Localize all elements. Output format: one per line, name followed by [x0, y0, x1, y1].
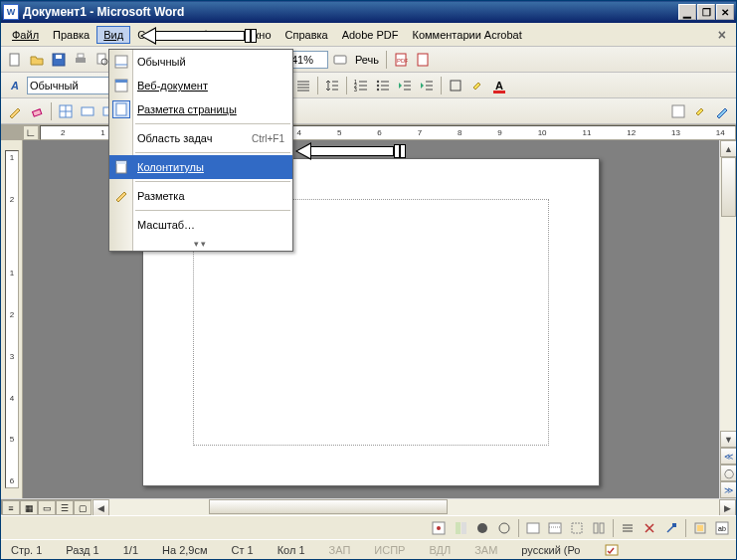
- scroll-left-icon[interactable]: ◀: [92, 499, 109, 516]
- open-icon[interactable]: [27, 50, 47, 70]
- prev-page-icon[interactable]: ≪: [720, 448, 736, 465]
- bt-icon-10[interactable]: [640, 518, 659, 538]
- decrease-indent-icon[interactable]: [395, 76, 415, 95]
- bt-icon-2[interactable]: [451, 518, 470, 538]
- browse-object-icon[interactable]: ◯: [720, 465, 736, 481]
- draw-table-icon[interactable]: [5, 101, 25, 121]
- scroll-down-icon[interactable]: ▼: [720, 431, 736, 448]
- view-headers-footers[interactable]: Колонтитулы: [109, 155, 292, 179]
- svg-rect-95: [697, 525, 703, 531]
- vertical-ruler[interactable]: 12123456: [1, 140, 23, 498]
- view-web[interactable]: Веб-документ: [109, 74, 292, 97]
- scroll-thumb-h[interactable]: [209, 499, 448, 514]
- bt-icon-13[interactable]: ab: [712, 518, 732, 538]
- svg-rect-105: [116, 161, 126, 164]
- bt-icon-11[interactable]: [661, 518, 681, 538]
- read-label: Речь: [352, 54, 382, 66]
- svg-point-49: [377, 88, 379, 90]
- read-mode-icon[interactable]: [330, 50, 350, 70]
- bullets-icon[interactable]: [373, 76, 393, 95]
- bt-icon-9[interactable]: [618, 518, 638, 538]
- web-view-icon[interactable]: ▦: [20, 500, 38, 515]
- reading-view-icon[interactable]: ▢: [74, 500, 92, 515]
- status-ovr[interactable]: ЗАМ: [468, 544, 503, 556]
- scroll-track-h[interactable]: [109, 499, 719, 515]
- svg-rect-0: [10, 54, 19, 66]
- bt-icon-4[interactable]: [494, 518, 514, 538]
- menu-view[interactable]: Вид: [96, 26, 130, 44]
- svg-rect-21: [418, 54, 428, 66]
- minimize-button[interactable]: ▁: [678, 4, 696, 20]
- menu-edit[interactable]: Правка: [46, 26, 96, 44]
- highlight-icon[interactable]: [467, 76, 487, 95]
- tab-selector[interactable]: ∟: [23, 125, 39, 140]
- view-markup[interactable]: Разметка: [109, 184, 292, 208]
- status-record[interactable]: ЗАП: [323, 544, 357, 556]
- restore-button[interactable]: ❐: [697, 4, 715, 20]
- styles-pane-icon[interactable]: A: [5, 76, 25, 95]
- svg-rect-59: [451, 81, 461, 91]
- bt-icon-3[interactable]: [472, 518, 492, 538]
- borders-icon[interactable]: [446, 76, 465, 95]
- print-icon[interactable]: [71, 50, 91, 70]
- svg-text:3: 3: [354, 87, 357, 92]
- document-close-button[interactable]: ×: [712, 27, 732, 43]
- line-spacing-icon[interactable]: [322, 76, 342, 95]
- new-doc-icon[interactable]: [5, 50, 25, 70]
- view-switcher: ≡ ▦ ▭ ☰ ▢: [1, 499, 92, 515]
- menu-file[interactable]: Файл: [5, 26, 46, 44]
- status-language[interactable]: русский (Ро: [515, 544, 586, 556]
- spellcheck-icon[interactable]: [599, 543, 627, 557]
- bt-icon-1[interactable]: [429, 518, 449, 538]
- merge-cells-icon[interactable]: [78, 101, 97, 121]
- svg-rect-87: [572, 523, 582, 533]
- pdf-attach-icon[interactable]: [413, 50, 433, 70]
- increase-indent-icon[interactable]: [417, 76, 437, 95]
- svg-point-79: [437, 526, 441, 530]
- drawing-canvas-icon[interactable]: [668, 101, 688, 121]
- scroll-thumb-v[interactable]: [721, 157, 736, 217]
- align-justify-icon[interactable]: [293, 76, 313, 95]
- next-page-icon[interactable]: ≫: [720, 481, 736, 498]
- vertical-scrollbar[interactable]: ▲ ▼ ≪ ◯ ≫: [719, 140, 736, 498]
- outline-view-icon[interactable]: ☰: [56, 500, 74, 515]
- pdf-icon[interactable]: PDF: [391, 50, 411, 70]
- view-print-layout[interactable]: Разметка страницы: [109, 97, 292, 121]
- eraser-icon[interactable]: [27, 101, 47, 121]
- svg-rect-85: [549, 523, 561, 533]
- print-layout-view-icon[interactable]: ▭: [38, 500, 56, 515]
- svg-text:ab: ab: [718, 525, 726, 532]
- web-view-menu-icon: [112, 77, 130, 94]
- svg-rect-99: [115, 56, 127, 68]
- close-button[interactable]: ✕: [716, 4, 734, 20]
- callout-arrow-headers: [295, 144, 406, 158]
- status-track[interactable]: ИСПР: [368, 544, 411, 556]
- pen-icon[interactable]: [712, 101, 732, 121]
- menu-expand-chevron[interactable]: ▾▾: [109, 237, 292, 251]
- svg-rect-18: [334, 56, 346, 64]
- save-icon[interactable]: [49, 50, 69, 70]
- window-title: Документ1 - Microsoft Word: [23, 5, 678, 19]
- bt-icon-7[interactable]: [567, 518, 587, 538]
- view-zoom[interactable]: Масштаб…: [109, 213, 292, 237]
- view-normal[interactable]: Обычный: [109, 50, 292, 74]
- font-color-icon[interactable]: A: [489, 76, 509, 95]
- status-ext[interactable]: ВДЛ: [423, 544, 457, 556]
- zoom-input[interactable]: [288, 51, 328, 69]
- menu-adobe-pdf[interactable]: Adobe PDF: [335, 26, 406, 44]
- svg-rect-84: [527, 523, 539, 533]
- bt-icon-5[interactable]: [523, 518, 543, 538]
- bt-icon-6[interactable]: [545, 518, 565, 538]
- menu-help[interactable]: Справка: [278, 26, 335, 44]
- normal-view-icon[interactable]: ≡: [2, 500, 20, 515]
- markup-menu-icon: [112, 187, 130, 205]
- view-taskpane[interactable]: Область задач Ctrl+F1: [109, 126, 292, 150]
- scroll-up-icon[interactable]: ▲: [720, 140, 736, 157]
- scroll-right-icon[interactable]: ▶: [719, 499, 736, 516]
- numbering-icon[interactable]: 123: [351, 76, 371, 95]
- highlight2-icon[interactable]: [690, 101, 710, 121]
- bt-icon-12[interactable]: [690, 518, 710, 538]
- menu-acrobat-comments[interactable]: Комментарии Acrobat: [406, 26, 529, 44]
- insert-table-icon[interactable]: [56, 101, 76, 121]
- bt-icon-8[interactable]: [589, 518, 609, 538]
